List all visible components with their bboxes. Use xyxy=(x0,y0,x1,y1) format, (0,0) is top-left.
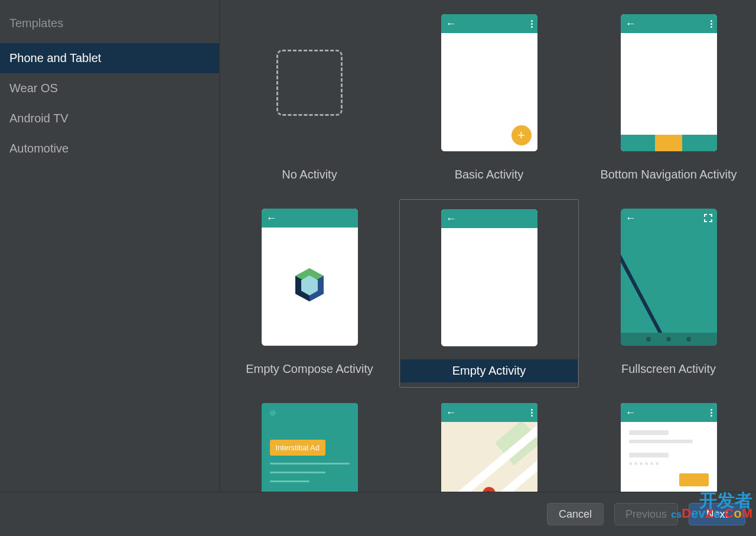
dashed-placeholder-icon xyxy=(276,50,343,116)
template-google-maps[interactable]: ← xyxy=(399,394,579,492)
ad-badge: Interstitial Ad xyxy=(270,440,325,456)
wizard-footer: Cancel Previous Next xyxy=(0,492,756,536)
fab-add-icon: + xyxy=(511,125,532,145)
map-pin-icon xyxy=(480,484,498,492)
template-thumbnail: ← xyxy=(621,403,717,492)
overflow-menu-icon xyxy=(531,20,533,28)
back-arrow-icon: ← xyxy=(625,18,636,29)
sidebar: Templates Phone and Tablet Wear OS Andro… xyxy=(0,0,220,492)
back-arrow-icon: ← xyxy=(625,213,636,223)
template-label: No Activity xyxy=(282,168,337,181)
template-thumbnail: ← xyxy=(262,209,358,346)
sidebar-item-phone-tablet[interactable]: Phone and Tablet xyxy=(0,43,219,73)
template-basic-activity[interactable]: ← + Basic Activity xyxy=(399,5,579,193)
back-arrow-icon: ← xyxy=(446,213,457,224)
sidebar-item-label: Android TV xyxy=(9,112,69,125)
template-label: Empty Compose Activity xyxy=(246,362,373,376)
overflow-menu-icon xyxy=(711,409,712,417)
action-chip-icon xyxy=(679,473,709,486)
template-thumbnail: Interstitial Ad xyxy=(262,403,358,492)
back-arrow-icon: ← xyxy=(446,407,457,418)
template-thumbnail: ← xyxy=(621,209,717,346)
template-thumbnail: ← xyxy=(441,209,537,346)
cancel-button[interactable]: Cancel xyxy=(547,503,604,525)
template-thumbnail: ← + xyxy=(441,14,537,151)
next-button[interactable]: Next xyxy=(689,503,745,525)
back-arrow-icon: ← xyxy=(266,213,277,223)
button-label: Previous xyxy=(625,508,667,521)
template-label: Bottom Navigation Activity xyxy=(600,168,737,181)
fullscreen-icon xyxy=(704,214,712,222)
template-thumbnail: ← xyxy=(621,14,717,151)
compose-logo-icon xyxy=(293,267,326,303)
sidebar-item-wear-os[interactable]: Wear OS xyxy=(0,73,219,103)
back-arrow-icon: ← xyxy=(625,407,636,418)
sidebar-item-label: Wear OS xyxy=(9,82,58,95)
sidebar-item-label: Phone and Tablet xyxy=(9,51,101,64)
back-arrow-icon: ← xyxy=(446,18,457,29)
template-label: Fullscreen Activity xyxy=(621,362,716,376)
button-label: Next xyxy=(706,508,728,521)
main-area: Templates Phone and Tablet Wear OS Andro… xyxy=(0,0,756,492)
previous-button[interactable]: Previous xyxy=(614,503,678,525)
template-label: Basic Activity xyxy=(455,168,524,181)
template-empty-activity[interactable]: ← Empty Activity xyxy=(399,199,579,388)
diagonal-decoration-icon xyxy=(621,232,676,346)
sidebar-item-label: Automotive xyxy=(9,142,69,155)
template-label: Empty Activity xyxy=(400,359,578,382)
template-empty-compose[interactable]: ← E xyxy=(220,199,399,388)
template-interstitial-ad[interactable]: Interstitial Ad xyxy=(220,394,399,492)
button-label: Cancel xyxy=(559,508,592,521)
overflow-menu-icon xyxy=(711,20,712,28)
sidebar-item-automotive[interactable]: Automotive xyxy=(0,134,219,164)
template-no-activity[interactable]: No Activity xyxy=(220,5,399,193)
template-thumbnail xyxy=(262,14,358,151)
template-bottom-navigation[interactable]: ← Bottom Navigation Activity xyxy=(579,5,756,193)
sidebar-header: Templates xyxy=(0,11,219,43)
template-fullscreen[interactable]: ← Fullscreen Activity xyxy=(579,199,756,388)
status-dot-icon xyxy=(270,410,276,416)
template-primary-detail[interactable]: ← xyxy=(579,394,756,492)
navigation-bar-icon xyxy=(621,333,717,346)
overflow-menu-icon xyxy=(531,409,533,417)
sidebar-item-android-tv[interactable]: Android TV xyxy=(0,103,219,134)
template-gallery: No Activity ← + Basic Activity xyxy=(220,0,756,492)
template-thumbnail: ← xyxy=(441,403,537,492)
bottom-navigation-icon xyxy=(621,135,717,151)
